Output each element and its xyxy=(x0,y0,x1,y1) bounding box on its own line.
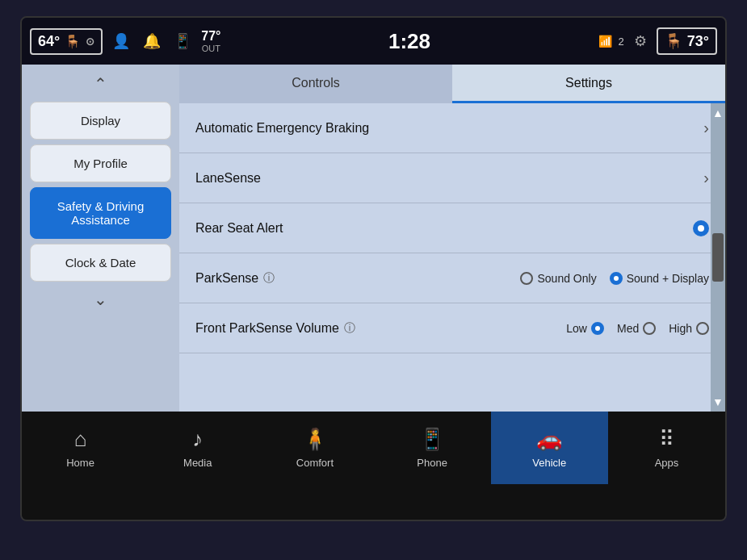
volume-low-radio[interactable] xyxy=(591,322,604,335)
rear-seat-alert-control xyxy=(693,220,709,236)
front-parksense-control: Low Med High xyxy=(566,322,709,335)
parksense-sound-only-radio[interactable] xyxy=(520,272,533,285)
temp-right-display: 🪑 73° xyxy=(657,27,717,55)
setting-rear-seat-alert[interactable]: Rear Seat Alert xyxy=(179,203,725,253)
main-screen: 64° 🪑 ⊙ 👤 🔔 📱 77° OUT 1:28 📶 2 ⚙ 🪑 73° xyxy=(20,16,727,521)
sidebar-item-display[interactable]: Display xyxy=(30,102,171,140)
scroll-down-arrow[interactable]: ▼ xyxy=(709,392,725,412)
bottom-padding xyxy=(22,484,725,520)
nav-comfort-label: Comfort xyxy=(296,457,334,469)
signal-count: 2 xyxy=(619,36,624,48)
volume-option-low[interactable]: Low xyxy=(566,322,604,335)
nav-vehicle-label: Vehicle xyxy=(532,457,566,469)
lanesense-control: › xyxy=(703,169,709,187)
seat-heat-icon: 🪑 xyxy=(65,34,81,49)
settings-list: Automatic Emergency Braking › LaneSense xyxy=(179,103,725,412)
nav-item-phone[interactable]: 📱 Phone xyxy=(374,412,491,484)
tab-bar: Controls Settings xyxy=(179,65,725,103)
bottom-nav: ⌂ Home ♪ Media 🧍 Comfort 📱 Phone 🚗 Vehic… xyxy=(22,412,725,484)
rear-seat-alert-label: Rear Seat Alert xyxy=(195,221,693,236)
phone-icon[interactable]: 📱 xyxy=(170,32,195,50)
vehicle-icon: 🚗 xyxy=(536,427,562,452)
setting-lanesense[interactable]: LaneSense › xyxy=(179,153,725,203)
lanesense-label: LaneSense xyxy=(195,171,703,186)
parksense-control: Sound Only Sound + Display xyxy=(520,272,709,285)
chevron-right-icon: › xyxy=(703,119,709,137)
nav-media-label: Media xyxy=(183,457,212,469)
volume-option-med[interactable]: Med xyxy=(617,322,656,335)
parksense-sound-display-radio[interactable] xyxy=(610,272,623,285)
tab-controls[interactable]: Controls xyxy=(179,65,452,103)
comfort-icon: 🧍 xyxy=(302,427,328,452)
sidebar: ⌃ Display My Profile Safety & Driving As… xyxy=(22,65,179,412)
lanesense-chevron-icon: › xyxy=(703,169,709,187)
front-parksense-info-icon[interactable]: ⓘ xyxy=(344,321,355,336)
nav-home-label: Home xyxy=(66,457,94,469)
scroll-track: ▲ ▼ xyxy=(711,103,725,412)
nav-item-home[interactable]: ⌂ Home xyxy=(22,412,139,484)
apps-icon: ⠿ xyxy=(659,427,674,452)
screen-frame: 64° 🪑 ⊙ 👤 🔔 📱 77° OUT 1:28 📶 2 ⚙ 🪑 73° xyxy=(0,0,747,560)
outside-temp-display: 77° OUT xyxy=(201,29,220,53)
volume-option-high[interactable]: High xyxy=(669,322,709,335)
parksense-option-sound-only[interactable]: Sound Only xyxy=(520,272,596,285)
parksense-info-icon[interactable]: ⓘ xyxy=(263,271,275,286)
tab-settings[interactable]: Settings xyxy=(452,65,725,103)
auto-emergency-braking-control: › xyxy=(703,119,709,137)
nav-item-media[interactable]: ♪ Media xyxy=(139,412,256,484)
sidebar-item-my-profile[interactable]: My Profile xyxy=(30,144,171,182)
phone-nav-icon: 📱 xyxy=(419,427,445,452)
setting-parksense: ParkSense ⓘ Sound Only Sound xyxy=(179,253,725,303)
rear-seat-alert-toggle[interactable] xyxy=(693,220,709,236)
setting-front-parksense-volume: Front ParkSense Volume ⓘ Low Med xyxy=(179,303,725,353)
scroll-thumb[interactable] xyxy=(712,233,724,282)
media-icon: ♪ xyxy=(192,427,203,452)
nav-item-vehicle[interactable]: 🚗 Vehicle xyxy=(491,412,608,484)
sidebar-down-arrow[interactable]: ⌄ xyxy=(30,286,171,312)
nav-apps-label: Apps xyxy=(655,457,679,469)
sidebar-item-safety-driving[interactable]: Safety & Driving Assistance xyxy=(30,187,171,239)
right-panel: Controls Settings Automatic Emergency Br… xyxy=(179,65,725,412)
nav-item-comfort[interactable]: 🧍 Comfort xyxy=(256,412,373,484)
outside-temp-label: OUT xyxy=(202,44,220,53)
temp-left-value: 64° xyxy=(38,33,60,50)
wifi-icon: 📶 xyxy=(598,35,612,48)
status-bar: 64° 🪑 ⊙ 👤 🔔 📱 77° OUT 1:28 📶 2 ⚙ 🪑 73° xyxy=(22,18,725,65)
home-icon: ⌂ xyxy=(74,427,87,452)
nav-item-apps[interactable]: ⠿ Apps xyxy=(608,412,725,484)
settings-circle-icon[interactable]: ⚙ xyxy=(631,32,650,50)
settings-list-inner: Automatic Emergency Braking › LaneSense xyxy=(179,103,725,353)
seat-icon-right: 🪑 xyxy=(665,32,682,50)
profile-icon[interactable]: 👤 xyxy=(109,32,133,50)
volume-med-radio[interactable] xyxy=(643,322,656,335)
parksense-label: ParkSense ⓘ xyxy=(195,271,520,286)
status-center: 1:28 xyxy=(388,29,430,54)
bell-icon[interactable]: 🔔 xyxy=(140,32,164,50)
logo-icon: ⊙ xyxy=(86,36,94,48)
sidebar-up-arrow[interactable]: ⌃ xyxy=(30,71,171,97)
volume-high-radio[interactable] xyxy=(696,322,709,335)
sidebar-item-clock-date[interactable]: Clock & Date xyxy=(30,244,171,282)
front-parksense-label: Front ParkSense Volume ⓘ xyxy=(195,321,566,336)
auto-emergency-braking-label: Automatic Emergency Braking xyxy=(195,121,703,136)
status-right: 📶 2 ⚙ 🪑 73° xyxy=(598,27,717,55)
temp-right-value: 73° xyxy=(687,33,709,50)
nav-phone-label: Phone xyxy=(417,457,447,469)
parksense-option-sound-display[interactable]: Sound + Display xyxy=(610,272,709,285)
time-display: 1:28 xyxy=(388,29,430,54)
setting-auto-emergency-braking[interactable]: Automatic Emergency Braking › xyxy=(179,103,725,153)
outside-temp-value: 77° xyxy=(201,29,220,44)
temp-left-display: 64° 🪑 ⊙ xyxy=(30,28,103,55)
scroll-up-arrow[interactable]: ▲ xyxy=(709,103,725,123)
main-content: ⌃ Display My Profile Safety & Driving As… xyxy=(22,65,725,412)
